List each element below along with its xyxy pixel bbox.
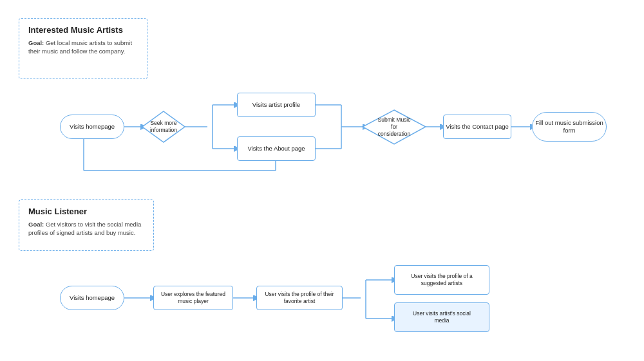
s1-fillout-node: Fill out music submission form: [532, 112, 607, 142]
section1-title: Interested Music Artists: [28, 25, 138, 35]
section2-info-box: Music Listener Goal: Get visitors to vis…: [19, 199, 154, 251]
s2-favoriteartist-node: User visits the profile of their favorit…: [256, 286, 343, 310]
s2-featuredplayer-node: User explores the featured music player: [153, 286, 233, 310]
s1-seekmore-node: Seek more information: [142, 111, 185, 143]
section2-goal: Goal: Get visitors to visit the social m…: [28, 220, 144, 237]
s1-contactpage-node: Visits the Contact page: [443, 115, 511, 139]
s1-homepage-node: Visits homepage: [60, 115, 124, 139]
diagram-container: Interested Music Artists Goal: Get local…: [0, 0, 644, 361]
s1-artistprofile-node: Visits artist profile: [237, 93, 316, 117]
s2-homepage-node: Visits homepage: [60, 286, 124, 310]
s1-aboutpage-node: Visits the About page: [237, 136, 316, 161]
s2-socialmedia-node: User visits artist's social media: [394, 302, 489, 332]
section1-goal: Goal: Get local music artists to submit …: [28, 39, 138, 56]
section2-title: Music Listener: [28, 207, 144, 216]
s1-submitmusic-node: Submit Music for consideration: [362, 109, 426, 145]
s2-suggestedartist-node: User visits the profile of a suggested a…: [394, 265, 489, 295]
section1-info-box: Interested Music Artists Goal: Get local…: [19, 18, 147, 79]
